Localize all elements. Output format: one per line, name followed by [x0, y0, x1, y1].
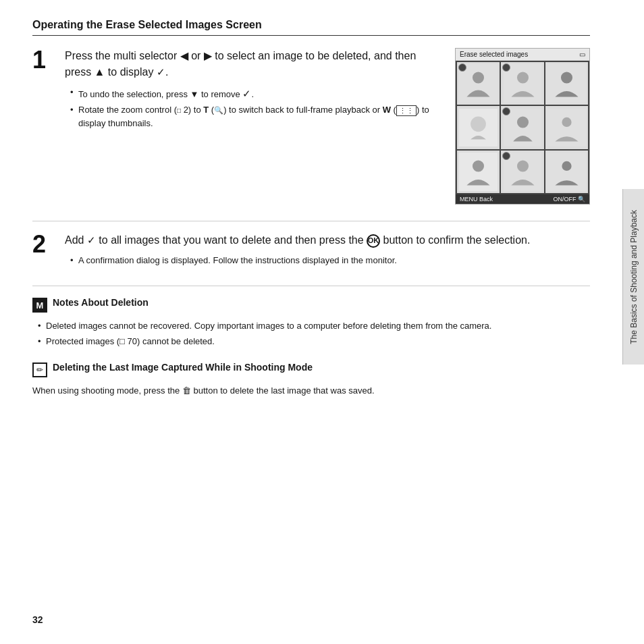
deleting-last-image-section: ✏ Deleting the Last Image Captured While…	[32, 362, 590, 398]
svg-point-15	[516, 160, 528, 171]
deleting-last-header: ✏ Deleting the Last Image Captured While…	[32, 362, 590, 377]
thumb-3	[545, 62, 588, 105]
svg-point-3	[516, 72, 528, 84]
notes-deletion-title: Notes About Deletion	[53, 297, 149, 308]
svg-point-9	[516, 116, 528, 128]
thumb-9	[545, 151, 588, 193]
main-content: Operating the Erase Selected Images Scre…	[0, 0, 622, 417]
camera-screen-icon: ▭	[579, 51, 585, 58]
divider-1	[32, 221, 590, 221]
step-1-container: 1 Press the multi selector ◀ or ▶ to sel…	[32, 48, 590, 205]
camera-screen-title: Erase selected images	[460, 51, 528, 58]
thumb-8	[501, 151, 543, 193]
svg-rect-10	[547, 109, 586, 147]
step-1-bullet-1: To undo the selection, press ▼ to remove…	[68, 86, 441, 101]
camera-screen: Erase selected images ▭	[455, 48, 590, 205]
step-1-number: 1	[32, 48, 65, 205]
step-1-bullets: To undo the selection, press ▼ to remove…	[65, 86, 441, 131]
svg-point-17	[562, 161, 571, 171]
thumb-4	[457, 106, 500, 149]
deleting-last-title: Deleting the Last Image Captured While i…	[53, 362, 313, 373]
page-title: Operating the Erase Selected Images Scre…	[32, 19, 590, 36]
thumb-5	[501, 106, 543, 149]
step-2-body: Add ✓ to all images that you want to del…	[65, 232, 590, 269]
svg-point-11	[562, 117, 571, 126]
footer-back: MENU Back	[460, 196, 493, 203]
step-2-number: 2	[32, 232, 65, 269]
notes-deletion-icon: M	[32, 298, 47, 313]
step-1-main-text: Press the multi selector ◀ or ▶ to selec…	[65, 48, 441, 80]
camera-screen-header: Erase selected images ▭	[456, 49, 589, 61]
notes-deletion-bullet-1: Deleted images cannot be recovered. Copy…	[35, 319, 590, 333]
footer-right: ON/OFF 🔍	[554, 196, 586, 203]
svg-point-1	[473, 72, 484, 84]
step-2-main-text: Add ✓ to all images that you want to del…	[65, 232, 590, 248]
step-1-bullet-2: Rotate the zoom control (□ 2) to T (🔍) t…	[68, 103, 441, 130]
step-2-bullet-1: A confirmation dialog is displayed. Foll…	[68, 254, 590, 267]
divider-2	[32, 286, 590, 286]
svg-point-13	[473, 160, 484, 171]
notes-deletion-bullets: Deleted images cannot be recovered. Copy…	[32, 319, 590, 348]
thumb-6	[545, 106, 588, 149]
svg-point-5	[561, 72, 572, 84]
thumb-2	[501, 62, 543, 105]
step-1-text-block: Press the multi selector ◀ or ▶ to selec…	[65, 48, 441, 133]
step-2-container: 2 Add ✓ to all images that you want to d…	[32, 232, 590, 269]
notes-deletion-header: M Notes About Deletion	[32, 297, 590, 313]
thumb-1	[457, 62, 500, 105]
camera-screen-footer: MENU Back ON/OFF 🔍	[456, 194, 589, 204]
svg-point-7	[471, 116, 486, 132]
step-2-bullets: A confirmation dialog is displayed. Foll…	[65, 254, 590, 267]
sidebar-tab-label: The Basics of Shooting and Playback	[629, 210, 639, 344]
pencil-icon: ✏	[32, 363, 47, 377]
notes-deletion-bullet-2: Protected images (□ 70) cannot be delete…	[35, 335, 590, 348]
notes-deletion-section: M Notes About Deletion Deleted images ca…	[32, 297, 590, 348]
camera-screen-grid	[456, 61, 589, 194]
sidebar-tab: The Basics of Shooting and Playback	[622, 189, 644, 365]
deleting-last-text: When using shooting mode, press the 🗑 bu…	[32, 384, 590, 398]
step-1-body: Press the multi selector ◀ or ▶ to selec…	[65, 48, 590, 205]
page-number: 32	[32, 614, 43, 625]
thumb-7	[457, 151, 500, 193]
